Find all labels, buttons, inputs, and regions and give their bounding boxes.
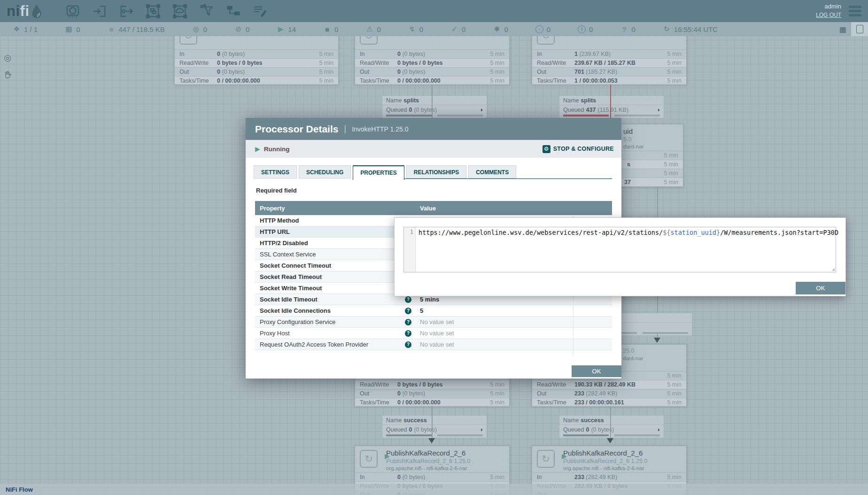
graph-controls: ◎ xyxy=(2,53,13,80)
status-stale: ↑0 xyxy=(535,25,550,33)
connection-splits-left[interactable]: Name splits Queued 0 (0 bytes)◑ xyxy=(382,95,487,118)
connection-name-row: Name splits xyxy=(559,96,664,105)
help-icon[interactable]: ? xyxy=(405,296,411,303)
stopped-count: 0 xyxy=(334,25,338,33)
processor-bundle: org.apache.nifi - nifi-kafka-2-6-nar xyxy=(386,465,504,472)
label-icon[interactable] xyxy=(252,3,269,20)
expression-close-brace: } xyxy=(716,229,720,236)
status-queued: ≡447 / 118.5 KB xyxy=(108,25,165,33)
processor-type: PublishKafkaRecord_2_6 1.25.0 xyxy=(563,458,682,465)
property-value[interactable]: 5 mins xyxy=(415,296,573,303)
input-port-icon[interactable] xyxy=(91,3,108,20)
help-icon[interactable]: ? xyxy=(405,319,411,325)
connection-name-row: Name success xyxy=(559,416,664,425)
stop-and-configure-button[interactable]: ⚙ STOP & CONFIGURE xyxy=(542,145,614,153)
global-menu-icon[interactable] xyxy=(849,6,861,16)
line-number-gutter: 1 xyxy=(404,227,416,272)
process-group-icon[interactable] xyxy=(145,3,162,20)
status-transmitting: ◎0 xyxy=(192,25,207,33)
help-icon[interactable]: ? xyxy=(405,330,411,337)
connection-success-left[interactable]: Name success Queued 0 (0 bytes)◑ xyxy=(382,415,487,438)
properties-table-header: Property Value xyxy=(255,201,612,215)
property-row-request-oauth2-access-token-provider[interactable]: Request OAuth2 Access Token Provider? No… xyxy=(255,339,612,350)
status-disabled: ↯0 xyxy=(408,25,423,33)
status-sync-failure: ?0 xyxy=(620,25,635,33)
navigate-icon[interactable]: ◎ xyxy=(2,53,13,63)
connection-success-right[interactable]: Name success Queued 0 (0 bytes)◑ xyxy=(559,415,664,438)
stat-row: In 0 (0 bytes) 5 min xyxy=(175,49,338,58)
editor-ok-button[interactable]: OK xyxy=(796,282,845,294)
locally-modified-icon: ✱ xyxy=(493,25,501,33)
url-text-after: /W/measurements.json?start=P30D xyxy=(720,229,838,236)
title-separator: | xyxy=(344,124,346,134)
tab-comments[interactable]: COMMENTS xyxy=(468,165,516,178)
sync-failure-icon: ? xyxy=(620,25,628,33)
stat-row: Read/Write 0 bytes / 0 bytes 5 min xyxy=(355,58,509,67)
stopped-icon: ■ xyxy=(323,25,331,33)
help-icon[interactable]: ? xyxy=(405,308,411,314)
breadcrumb[interactable]: NiFi Flow xyxy=(6,486,33,493)
property-row-proxy-configuration-service[interactable]: Proxy Configuration Service? No value se… xyxy=(255,317,612,328)
stat-row: In 233 (282.49 KB) 5 min xyxy=(532,472,686,481)
editor-code-line[interactable]: https://www.pegelonline.wsv.de/webservic… xyxy=(416,227,841,272)
processor-icon[interactable] xyxy=(64,3,81,20)
birdseye-icon[interactable]: ▦ xyxy=(839,25,846,34)
required-field-note: Required field xyxy=(256,187,297,194)
expression-editor[interactable]: 1 https://www.pegelonline.wsv.de/webserv… xyxy=(403,227,836,272)
status-running: ▶14 xyxy=(277,25,296,33)
resize-handle-icon[interactable]: ◢ xyxy=(832,266,835,271)
stat-row: Read/Write 239.67 KB / 185.27 KB 5 min xyxy=(532,58,686,67)
connected-nodes-count: 1 / 1 xyxy=(24,25,38,33)
up-to-date-icon: ✓ xyxy=(450,25,458,33)
property-value[interactable]: 5 xyxy=(415,307,573,314)
connection-queued-row: Queued 0 (0 bytes)◑ xyxy=(382,425,487,434)
locally-modified-stale-count: 0 xyxy=(589,25,593,33)
bulletin-toggle[interactable] xyxy=(851,22,868,36)
output-port-icon[interactable] xyxy=(118,3,135,20)
connection-stats-bars xyxy=(559,114,664,118)
tab-settings[interactable]: SETTINGS xyxy=(254,165,297,178)
connected-nodes-icon: ❖ xyxy=(13,25,21,33)
connection-line xyxy=(432,406,433,443)
logo-text-ni: ni xyxy=(7,4,20,18)
stat-row: Out 0 (0 bytes) 5 min xyxy=(355,67,509,76)
stat-row: Tasks/Time 233 / 00:00:00.161 5 min xyxy=(532,398,686,407)
stop-and-configure-label: STOP & CONFIGURE xyxy=(553,146,614,152)
property-value[interactable]: No value set xyxy=(415,330,573,337)
operate-hand-icon[interactable] xyxy=(2,70,13,80)
nifi-drop-icon xyxy=(31,4,43,19)
url-text: https://www.pegelonline.wsv.de/webservic… xyxy=(418,229,663,236)
remote-process-group-icon[interactable] xyxy=(171,3,188,20)
logout-link[interactable]: LOG OUT xyxy=(816,11,841,19)
help-icon[interactable]: ? xyxy=(405,341,411,348)
processor-type: 5.0 xyxy=(623,136,678,144)
not-transmitting-count: 0 xyxy=(246,25,249,33)
status-last-refresh[interactable]: ↻16:55:44 UTC xyxy=(663,25,718,33)
property-row-proxy-host[interactable]: Proxy Host? No value set xyxy=(255,328,612,339)
processor-type: PublishKafkaRecord_2_6 1.25.0 xyxy=(386,458,504,465)
connection-splits-right[interactable]: Name splits Queued 437 (115.91 KB)◑ xyxy=(559,95,664,118)
funnel-icon[interactable] xyxy=(198,3,215,20)
property-row-clipped[interactable]: ? xyxy=(255,350,612,356)
tab-scheduling[interactable]: SCHEDULING xyxy=(299,165,351,178)
stat-row: In 0 (0 bytes) 5 min xyxy=(355,472,509,481)
connection-line xyxy=(432,85,433,118)
property-value[interactable]: No value set xyxy=(415,318,573,325)
stale-count: 0 xyxy=(547,25,550,33)
property-row-socket-idle-connections[interactable]: Socket Idle Connections? 5 xyxy=(255,305,612,317)
dialog-ok-button[interactable]: OK xyxy=(572,365,621,377)
breadcrumb-bar: NiFi Flow xyxy=(0,484,868,495)
running-icon: ▶ xyxy=(255,145,260,153)
property-value[interactable]: No value set xyxy=(415,341,573,348)
template-icon[interactable] xyxy=(225,3,242,20)
status-locally-modified-stale: !0 xyxy=(578,25,593,33)
logo-text-fi: fi xyxy=(20,4,30,18)
tab-relationships[interactable]: RELATIONSHIPS xyxy=(406,165,466,178)
dialog-subtitle: InvokeHTTP 1.25.0 xyxy=(352,125,408,133)
tab-properties[interactable]: PROPERTIES xyxy=(353,165,404,180)
status-up-to-date: ✓0 xyxy=(450,25,465,33)
connection-queued-row: Queued 0 (0 bytes)◑ xyxy=(382,105,487,114)
stat-row: Tasks/Time 0 / 00:00:00.000 5 min xyxy=(175,76,338,85)
current-user: admin xyxy=(816,2,841,11)
run-status-label: Running xyxy=(264,146,290,153)
